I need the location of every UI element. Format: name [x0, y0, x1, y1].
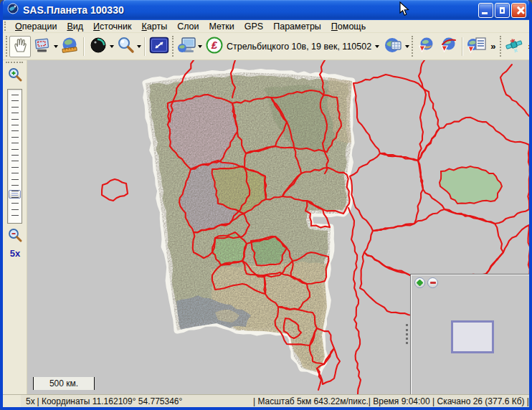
minimap-zoom-out-button[interactable]: [427, 277, 438, 288]
chevron-down-icon: [137, 45, 141, 48]
download-list-button[interactable]: [466, 36, 488, 57]
zoom-out-button[interactable]: [6, 228, 24, 245]
slider-tick: [11, 149, 19, 150]
menu-item-2[interactable]: Источник: [88, 21, 136, 32]
slider-tick: [11, 113, 19, 113]
zoom-tool-button[interactable]: [115, 36, 136, 57]
slider-tick: [11, 107, 19, 108]
measure-distance-button[interactable]: [59, 36, 80, 57]
gps-overflow-chevron[interactable]: »: [526, 41, 532, 52]
minimap-grip[interactable]: [406, 324, 408, 344]
map-source-dropdown[interactable]: [198, 36, 202, 57]
slider-tick: [11, 161, 19, 161]
select-region-icon: [33, 36, 52, 57]
minimap-zoom-in-button[interactable]: [414, 277, 425, 288]
fullscreen-icon: [149, 37, 169, 56]
active-map-label: Стрельбицкого 10в, 19 век, 110502: [227, 42, 371, 52]
slider-tick: [11, 155, 19, 156]
toolbar-grip-3[interactable]: [412, 36, 413, 57]
gps-button[interactable]: [503, 36, 525, 57]
slider-tick: [11, 173, 19, 173]
title-bar[interactable]: SAS.Планета 100330: [3, 0, 529, 20]
zoom-tool-dropdown[interactable]: [137, 36, 141, 57]
zoom-slider[interactable]: [7, 89, 22, 224]
map-source-button[interactable]: [176, 36, 197, 57]
magnifier-icon: [116, 36, 136, 57]
close-button[interactable]: [511, 3, 526, 18]
minimize-button[interactable]: [478, 3, 493, 18]
cached-map-dropdown[interactable]: [110, 36, 114, 57]
slider-tick: [11, 95, 19, 95]
maximize-button[interactable]: [495, 3, 510, 18]
slider-tick: [11, 167, 19, 168]
computer-globe-icon: [176, 35, 196, 57]
minimap-viewport[interactable]: [451, 320, 494, 353]
slider-tick: [11, 191, 19, 191]
menu-item-5[interactable]: Метки: [204, 21, 239, 32]
sidebar-grip[interactable]: [6, 62, 23, 65]
pan-tool-button[interactable]: [9, 36, 31, 57]
download-globe-icon: [417, 36, 436, 57]
menu-bar: ОперацииВидИсточникКартыСлоиМеткиGPSПара…: [3, 20, 529, 33]
toolbar-grip-4[interactable]: [500, 36, 501, 57]
minimap-zoom-out-icon: [430, 282, 436, 284]
toolbar-grip-2[interactable]: [172, 36, 174, 57]
zoom-in-icon: [7, 67, 23, 85]
slider-tick: [11, 203, 19, 204]
menu-item-7[interactable]: Параметры: [268, 21, 326, 32]
slider-tick: [11, 179, 19, 180]
app-icon: [7, 3, 19, 17]
slider-tick: [11, 125, 19, 125]
active-map-button[interactable]: ₤ Стрельбицкого 10в, 19 век, 110502: [203, 36, 382, 57]
slider-tick: [11, 215, 19, 216]
layers-globe-icon: [384, 35, 404, 57]
menubar-grip[interactable]: [4, 22, 9, 32]
scale-bar-label: 500 км.: [49, 378, 78, 388]
slider-tick: [11, 137, 19, 138]
close-icon: [516, 6, 521, 14]
chevron-down-icon: [375, 45, 379, 48]
app-window: SAS.Планета 100330 ОперацииВидИсточникКа…: [0, 0, 532, 410]
slider-tick: [11, 197, 19, 198]
menu-item-1[interactable]: Вид: [62, 21, 88, 32]
scale-bar: 500 км.: [33, 377, 95, 390]
menu-item-3[interactable]: Карты: [136, 21, 172, 32]
menu-item-0[interactable]: Операции: [10, 21, 62, 32]
layers-button[interactable]: [383, 36, 404, 57]
gps-satellite-icon: [503, 36, 525, 57]
statusbar-info: | Масштаб 5км 643.22м/пикс.| Время 9:04:…: [253, 396, 529, 406]
toolbar-separator: [144, 37, 146, 56]
menu-item-8[interactable]: Помощь: [326, 21, 371, 32]
fullscreen-button[interactable]: [148, 36, 170, 57]
selection-tool-button[interactable]: [32, 36, 53, 57]
chevron-down-icon: [405, 45, 409, 48]
minimize-icon: [482, 12, 488, 14]
zoom-sidebar: 5x: [3, 60, 27, 394]
toolbar-grip-1[interactable]: [6, 36, 7, 57]
zoom-in-button[interactable]: [6, 67, 24, 85]
statusbar-corner: [3, 395, 21, 407]
slider-tick: [11, 130, 19, 131]
toolbar: ₤ Стрельбицкого 10в, 19 век, 110502: [3, 33, 529, 60]
slider-tick: [11, 100, 19, 101]
slider-tick: [11, 143, 19, 143]
minimap-zoom-in-icon: [417, 280, 424, 287]
selection-tool-dropdown[interactable]: [54, 36, 58, 57]
statusbar-coordinates: | Координаты 11.162109° 54.775346°: [37, 396, 253, 406]
slider-tick: [11, 119, 19, 120]
minimap-panel[interactable]: [410, 274, 529, 394]
strelbitsky-map-icon: ₤: [206, 37, 223, 56]
toolbar-separator: [83, 37, 85, 56]
zoom-out-icon: [7, 228, 23, 246]
layers-dropdown[interactable]: [405, 36, 409, 57]
download-button[interactable]: [415, 36, 437, 57]
download-selection-button[interactable]: [437, 36, 459, 57]
menu-item-4[interactable]: Слои: [172, 21, 204, 32]
menu-item-6[interactable]: GPS: [239, 21, 268, 32]
status-bar: 5x | Координаты 11.162109° 54.775346° | …: [3, 394, 529, 407]
cached-map-button[interactable]: [87, 36, 109, 57]
globe-ruler-icon: [60, 36, 80, 57]
window-title: SAS.Планета 100330: [23, 4, 477, 16]
toolbar-overflow-chevron[interactable]: »: [488, 41, 498, 52]
svg-text:₤: ₤: [211, 39, 218, 51]
